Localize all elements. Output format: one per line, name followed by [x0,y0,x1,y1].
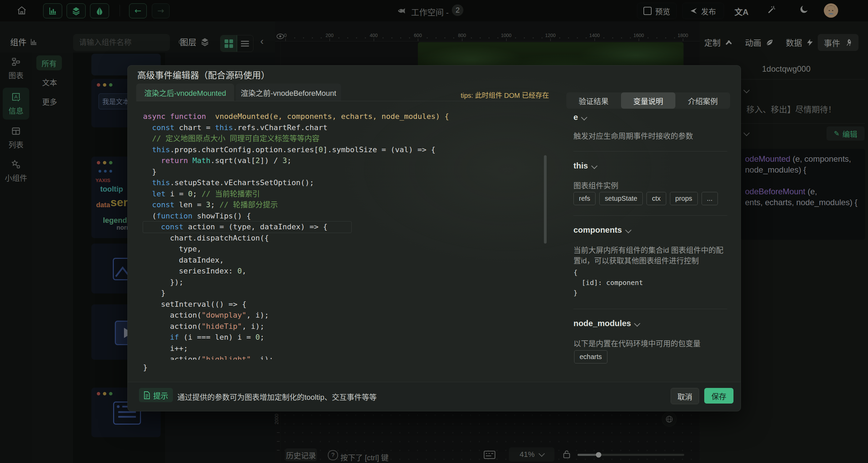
code-line[interactable]: (function showTips() { [143,211,549,222]
advanced-event-editor-modal: 高级事件编辑器（配合源码使用） 渲染之后-vnodeMounted 渲染之前-v… [127,65,741,411]
doc-desc: 触发对应生命周期事件时接收的参数 [573,131,693,141]
document-icon [144,391,150,399]
modal-footer: 提示 通过提供的参数可为图表增加定制化的tooltip、交互事件等等 取消 保存 [128,382,741,411]
doc-chip: echarts [574,350,607,363]
doc-name-text: e [573,112,578,122]
save-button[interactable]: 保存 [704,388,733,404]
code-line[interactable]: seriesIndex: 0, [143,266,549,277]
doc-section-this[interactable]: this [573,161,597,171]
code-line[interactable]: this.props.chartConfig.option.series[0].… [143,144,549,156]
doc-panel-tabs: 验证结果 变量说明 介绍案例 [566,92,730,109]
code-line[interactable]: action("hideTip", i); [143,321,549,332]
tab-validation-result[interactable]: 验证结果 [566,92,621,109]
doc-desc: 当前大屏内所有组件的集合id 图表组件中的配置id，可以获取其他图表组件进行控制 [573,245,727,266]
code-line[interactable]: action("downplay", i); [143,310,549,321]
divider [573,309,727,309]
app-window: ← → 工作空间 - 2 预览 发布 文A 组件 [0,0,868,463]
code-line[interactable]: const len = 3; // 轮播部分提示 [143,199,549,211]
cancel-button[interactable]: 取消 [671,388,699,404]
code-line[interactable]: // 定义地图原点大小 同理可自定义标签等等内容 [143,133,549,144]
code-last-line: } [143,363,147,372]
doc-chip: refs [573,192,596,205]
tip-text: 通过提供的参数可为图表增加定制化的tooltip、交互事件等等 [177,391,377,402]
code-line[interactable]: action("highlight", i); [143,354,549,360]
code-line[interactable]: }); [143,277,549,288]
doc-desc: 图表组件实例 [573,180,618,191]
doc-chip: setupState [599,192,643,205]
doc-code-line: { [573,267,578,278]
doc-section-components[interactable]: components [573,225,631,235]
code-line[interactable]: const chart = this.refs.vChartRef.chart [143,122,549,133]
code-line[interactable]: let i = 0; // 当前轮播索引 [143,189,549,200]
tip-badge: 提示 [139,388,173,402]
code-line[interactable]: async function vnodeMounted(e, component… [143,111,549,122]
divider [573,151,727,152]
doc-name-text: components [573,225,622,235]
doc-section-node-modules[interactable]: node_modules [573,319,639,328]
code-line[interactable]: chart.dispatchAction({ [143,233,549,244]
tab-underline [136,101,549,101]
code-line[interactable]: dataIndex, [143,255,549,266]
chevron-down-icon [581,114,587,120]
doc-name-text: this [573,161,588,171]
code-line[interactable]: if (i === len) i = 0; [143,332,549,343]
tips-text: tips: 此时组件 DOM 已经存在 [447,90,549,100]
divider [573,215,727,216]
editor-scrollbar[interactable] [544,155,547,244]
code-line[interactable]: } [143,166,549,178]
tab-intro-examples[interactable]: 介绍案例 [675,92,730,109]
code-line[interactable]: const action = (type, dataIndex) => { [143,221,351,233]
node-modules-chips: echarts [574,350,607,363]
doc-chip: props [670,192,698,205]
code-line[interactable]: this.setupState.vEchartsSetOption(); [143,177,549,189]
code-line[interactable]: } [143,288,549,299]
code-line[interactable]: i++; [143,343,549,354]
tab-variable-docs[interactable]: 变量说明 [621,92,676,109]
this-chips: refssetupStatectxprops... [573,192,718,205]
code-editor[interactable]: async function vnodeMounted(e, component… [136,108,549,360]
tab-vnode-mounted[interactable]: 渲染之后-vnodeMounted [136,84,234,101]
doc-chip: ctx [646,192,666,205]
code-line[interactable]: setInterval(() => { [143,299,549,310]
code-line[interactable]: type, [143,244,549,255]
doc-name-text: node_modules [573,319,631,328]
code-line[interactable]: return Math.sqrt(val[2]) / 3; [143,155,549,166]
modal-title: 高级事件编辑器（配合源码使用） [137,68,270,81]
doc-chip: ... [702,192,718,205]
chevron-down-icon [625,227,631,233]
doc-desc: 以下是内置在代码环境中可用的包变量 [573,338,701,349]
doc-code-line: [id]: component [573,278,643,288]
doc-code-line: } [573,288,578,298]
chevron-down-icon [634,320,640,326]
chevron-down-icon [591,163,597,169]
doc-section-e[interactable]: e [573,112,586,122]
tip-label: 提示 [153,390,168,400]
tab-vnode-before-mount[interactable]: 渲染之前-vnodeBeforeMount [236,84,341,101]
